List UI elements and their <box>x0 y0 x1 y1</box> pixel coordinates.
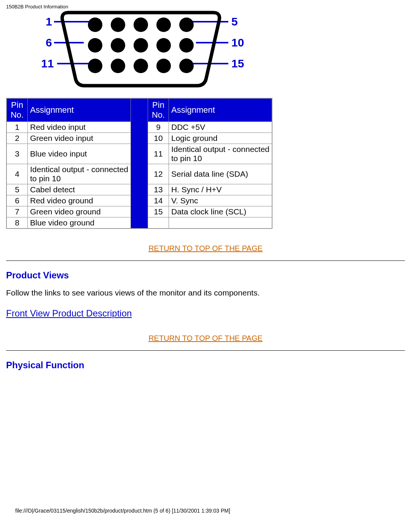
return-top-link-1[interactable]: RETURN TO TOP OF THE PAGE <box>148 244 263 252</box>
product-views-text: Follow the links to see various views of… <box>6 288 405 297</box>
th-assignment-right: Assignment <box>169 98 272 122</box>
vga-connector-diagram: 1 6 11 5 10 15 <box>34 10 247 90</box>
physical-function-heading: Physical Function <box>6 360 405 371</box>
pin-label-6: 6 <box>46 36 52 49</box>
product-views-heading: Product Views <box>6 270 405 281</box>
svg-point-14 <box>156 38 171 53</box>
th-pin-no-right: Pin No. <box>148 98 169 122</box>
pin-assignment-table: Pin No. Assignment Pin No. Assignment 1R… <box>6 98 272 229</box>
page-footer: file:///D|/Grace/03115/english/150b2b/pr… <box>0 378 411 519</box>
svg-point-19 <box>156 59 171 73</box>
pin-label-11: 11 <box>41 57 54 70</box>
svg-point-12 <box>111 38 125 53</box>
svg-point-13 <box>134 38 148 53</box>
svg-point-9 <box>156 18 171 32</box>
page-header: 150B2B Product Information <box>0 0 411 10</box>
svg-point-8 <box>134 18 148 32</box>
th-assignment-left: Assignment <box>28 98 131 122</box>
pin-label-10: 10 <box>231 36 244 49</box>
pin-label-15: 15 <box>231 57 244 70</box>
front-view-link[interactable]: Front View Product Description <box>6 308 132 319</box>
pin-label-5: 5 <box>231 15 238 28</box>
divider <box>6 350 405 351</box>
svg-point-7 <box>111 18 125 32</box>
svg-point-18 <box>134 59 148 73</box>
pin-label-1: 1 <box>46 15 52 28</box>
return-top-link-2[interactable]: RETURN TO TOP OF THE PAGE <box>148 334 263 342</box>
svg-point-17 <box>111 59 125 73</box>
svg-point-15 <box>179 38 194 53</box>
table-spacer <box>131 98 148 228</box>
svg-point-20 <box>179 59 194 73</box>
th-pin-no-left: Pin No. <box>6 98 28 122</box>
divider <box>6 260 405 261</box>
svg-point-6 <box>88 18 102 32</box>
svg-point-16 <box>88 59 102 73</box>
svg-point-10 <box>179 18 194 32</box>
svg-point-11 <box>88 38 102 53</box>
